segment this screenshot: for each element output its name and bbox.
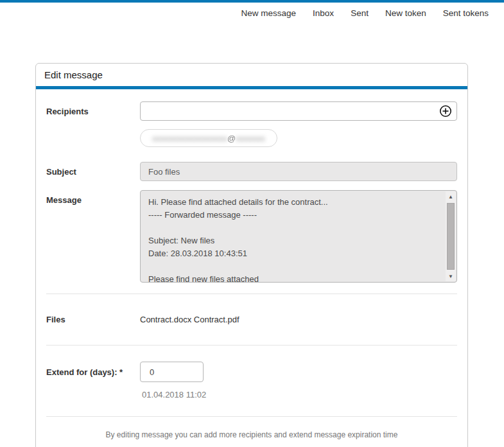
scrollbar-down-icon[interactable]: ▼ (446, 271, 456, 281)
card-title: Edit message (36, 64, 467, 86)
nav-inbox[interactable]: Inbox (313, 8, 334, 18)
recipient-email-redacted-domain: xxxxxxx (236, 134, 265, 143)
edit-message-card: Edit message Recipients (35, 63, 468, 447)
files-value: Contract.docx Contract.pdf (140, 315, 239, 324)
message-label: Message (46, 190, 140, 283)
subject-input: Foo files (140, 162, 457, 181)
files-row: Files Contract.docx Contract.pdf (46, 294, 457, 345)
nav-new-token[interactable]: New token (385, 8, 426, 18)
files-label: Files (46, 315, 140, 324)
nav-new-message[interactable]: New message (241, 8, 297, 18)
subject-row: Subject Foo files (46, 162, 457, 181)
add-recipient-icon[interactable] (439, 105, 452, 118)
nav-sent[interactable]: Sent (351, 8, 369, 18)
recipient-chip-row: xxxxxxxxxxxxxxxxxx@xxxxxxx (46, 121, 457, 147)
scrollbar-up-icon[interactable]: ▲ (446, 191, 456, 202)
recipients-label: Recipients (46, 107, 140, 116)
extend-days-row: Extend for (days): * (46, 362, 457, 382)
top-navigation: New message Inbox Sent New token Sent to… (0, 3, 504, 24)
message-scrollbar[interactable]: ▲ ▼ (446, 191, 456, 281)
recipient-email-redacted-local: xxxxxxxxxxxxxxxxxx (152, 134, 227, 143)
extend-days-label: Extend for (days): * (46, 367, 140, 377)
recipients-input[interactable] (140, 101, 457, 121)
edit-message-form: Recipients xxxxxxxxxxxxxxxxxx@xxxxxxx (36, 89, 467, 447)
message-row: Message Hi. Please find attached details… (46, 190, 457, 283)
message-text: Hi. Please find attached details for the… (141, 191, 456, 283)
edit-hint-text: By editing message you can add more reci… (46, 417, 457, 447)
recipients-row: Recipients (46, 101, 457, 121)
message-textarea: Hi. Please find attached details for the… (140, 190, 457, 283)
expiration-datetime: 01.04.2018 11:02 (46, 390, 457, 399)
scrollbar-thumb[interactable] (447, 203, 455, 270)
extend-days-input[interactable] (140, 362, 204, 382)
recipient-email-at: @ (227, 134, 236, 143)
section-divider (46, 345, 457, 346)
recipient-chip[interactable]: xxxxxxxxxxxxxxxxxx@xxxxxxx (140, 129, 277, 147)
subject-label: Subject (46, 167, 140, 177)
nav-sent-tokens[interactable]: Sent tokens (443, 8, 489, 18)
